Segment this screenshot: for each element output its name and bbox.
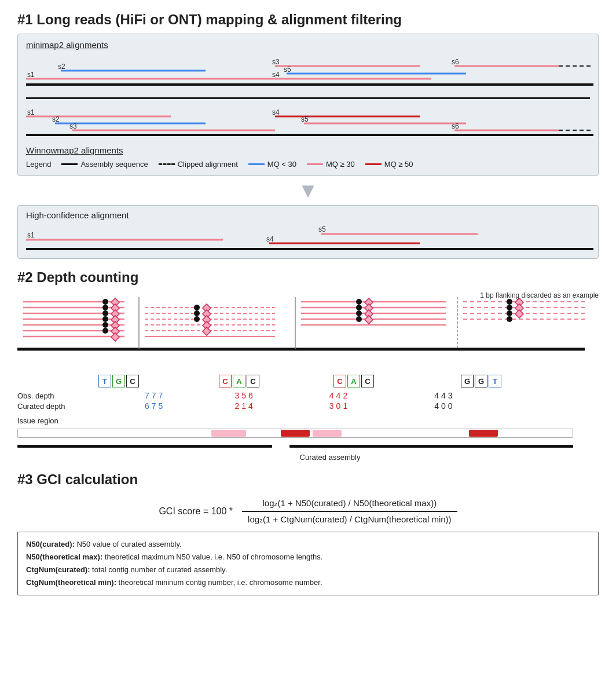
svg-point-67 bbox=[194, 316, 200, 322]
curated-seg1 bbox=[17, 445, 272, 448]
legend-assembly-text: Assembly sequence bbox=[80, 160, 148, 169]
section2-title: #2 Depth counting bbox=[17, 269, 599, 286]
minimap2-diagram: s2 s1 s3 s4 s5 s6 bbox=[26, 53, 593, 95]
formula-area: GCI score = 100 * log₂(1 + N50(curated) … bbox=[17, 497, 599, 526]
hconf-diagram: s1 s5 s4 bbox=[26, 224, 593, 254]
nucleotide-table: T G C C A C C A C G G T bbox=[17, 375, 599, 387]
legend-mq50-text: MQ ≥ 50 bbox=[384, 160, 413, 169]
nuc-group1: T G C bbox=[98, 375, 139, 387]
issue-bar bbox=[17, 427, 599, 439]
nuc-G3: G bbox=[475, 375, 487, 387]
winnowmap-label: Winnowmap2 alignments bbox=[26, 145, 590, 155]
svg-point-92 bbox=[507, 310, 512, 316]
obs-group4: 4 4 3 bbox=[434, 391, 452, 400]
svg-point-65 bbox=[194, 305, 200, 310]
gci-fraction: log₂(1 + N50(curated) / N50(theoretical … bbox=[242, 497, 457, 526]
mq30low-icon bbox=[248, 163, 265, 165]
legend-clipped-text: Clipped alignment bbox=[178, 160, 238, 169]
obs-group1: 7 7 7 bbox=[145, 391, 163, 400]
numerator: log₂(1 + N50(curated) / N50(theoretical … bbox=[256, 497, 442, 510]
issue-patch-pink1 bbox=[211, 430, 246, 437]
legend-row: Legend Assembly sequence Clipped alignme… bbox=[26, 160, 590, 169]
note3: CtgNum(curated): total contig number of … bbox=[26, 564, 590, 576]
minimap-label: minimap2 alignments bbox=[26, 40, 590, 50]
depth-diagram bbox=[17, 291, 585, 372]
legend-mq50: MQ ≥ 50 bbox=[365, 160, 413, 169]
svg-point-51 bbox=[102, 328, 108, 334]
svg-point-78 bbox=[356, 299, 362, 305]
svg-text:s3: s3 bbox=[272, 58, 280, 66]
issue-region-label: Issue region bbox=[17, 416, 599, 425]
legend-assembly: Assembly sequence bbox=[61, 160, 148, 169]
obs-group3: 4 4 2 bbox=[329, 391, 347, 400]
curated-assembly-label: Curated assembly bbox=[184, 453, 361, 462]
svg-text:s5: s5 bbox=[284, 65, 291, 74]
note4: CtgNum(theoretical min): theoretical min… bbox=[26, 576, 590, 589]
denominator: log₂(1 + CtgNum(curated) / CtgNum(theore… bbox=[242, 513, 457, 526]
svg-point-91 bbox=[507, 305, 512, 310]
legend-label: Legend bbox=[26, 160, 51, 169]
svg-rect-96 bbox=[515, 310, 523, 318]
note1: N50(curated): N50 value of curated assem… bbox=[26, 538, 590, 551]
svg-point-66 bbox=[194, 310, 200, 316]
svg-rect-85 bbox=[365, 316, 373, 324]
svg-point-93 bbox=[507, 316, 512, 322]
cur-label: Curated depth bbox=[17, 402, 87, 411]
section3-title: #3 GCI calculation bbox=[17, 471, 599, 488]
svg-point-81 bbox=[356, 316, 362, 322]
svg-text:s2: s2 bbox=[58, 63, 65, 71]
nuc-group2: C A C bbox=[219, 375, 259, 387]
nuc-C2: C bbox=[219, 375, 232, 387]
nuc-A3: A bbox=[347, 375, 360, 387]
flanking-note: 1 bp flanking discarded as an example bbox=[480, 291, 599, 299]
svg-rect-58 bbox=[111, 333, 119, 341]
cur-group2: 2 1 4 bbox=[234, 401, 252, 411]
arrow-down: ▼ bbox=[17, 178, 599, 203]
legend-clipped: Clipped alignment bbox=[159, 160, 238, 169]
svg-point-50 bbox=[102, 322, 108, 328]
obs-label: Obs. depth bbox=[17, 392, 87, 400]
svg-point-90 bbox=[507, 299, 512, 305]
legend-mq30low-text: MQ < 30 bbox=[267, 160, 296, 169]
legend-mq30-text: MQ ≥ 30 bbox=[326, 160, 355, 169]
svg-point-47 bbox=[102, 305, 108, 310]
issue-patch-red2 bbox=[469, 430, 498, 437]
svg-rect-72 bbox=[203, 327, 211, 335]
assembly-line-icon bbox=[61, 163, 78, 165]
section2: #2 Depth counting 1 bp flanking discarde… bbox=[17, 269, 599, 461]
winnowmap2-diagram: s1 s2 s3 s4 s5 s6 bbox=[26, 101, 593, 143]
section3: #3 GCI calculation GCI score = 100 * log… bbox=[17, 471, 599, 595]
svg-text:s1: s1 bbox=[27, 71, 35, 79]
svg-point-80 bbox=[356, 310, 362, 316]
cur-group3: 3 0 1 bbox=[329, 401, 347, 411]
nuc-C5: C bbox=[361, 375, 374, 387]
divider bbox=[26, 97, 590, 99]
svg-text:s1: s1 bbox=[27, 231, 35, 239]
svg-text:s5: s5 bbox=[318, 225, 326, 233]
curated-assembly-text: Curated assembly bbox=[300, 453, 361, 462]
nuc-A2: A bbox=[233, 375, 245, 387]
svg-text:s5: s5 bbox=[301, 115, 309, 123]
section1: #1 Long reads (HiFi or ONT) mapping & al… bbox=[17, 12, 599, 259]
legend-mq30low: MQ < 30 bbox=[248, 160, 296, 169]
svg-text:s3: s3 bbox=[69, 122, 77, 130]
cur-group4: 4 0 0 bbox=[434, 401, 452, 411]
svg-text:s2: s2 bbox=[52, 115, 60, 123]
issue-patch-red1 bbox=[281, 430, 310, 437]
nuc-group3: C A C bbox=[333, 375, 374, 387]
nuc-C4: C bbox=[333, 375, 346, 387]
svg-text:s6: s6 bbox=[452, 122, 459, 130]
svg-text:s4: s4 bbox=[272, 71, 280, 79]
issue-patch-pink2 bbox=[313, 430, 342, 437]
clipped-icon bbox=[159, 163, 175, 165]
svg-text:s4: s4 bbox=[266, 235, 274, 243]
fraction-line bbox=[242, 511, 457, 512]
svg-point-48 bbox=[102, 310, 108, 316]
hconf-box: High-confidence alignment s1 s5 s4 bbox=[17, 205, 599, 259]
legend-mq30: MQ ≥ 30 bbox=[307, 160, 355, 169]
nuc-G2: G bbox=[461, 375, 474, 387]
obs-depth-row: Obs. depth 7 7 7 3 5 6 4 4 2 4 4 3 bbox=[17, 391, 599, 400]
svg-text:s6: s6 bbox=[452, 58, 459, 66]
svg-point-49 bbox=[102, 316, 108, 322]
cur-group1: 6 7 5 bbox=[145, 401, 163, 411]
